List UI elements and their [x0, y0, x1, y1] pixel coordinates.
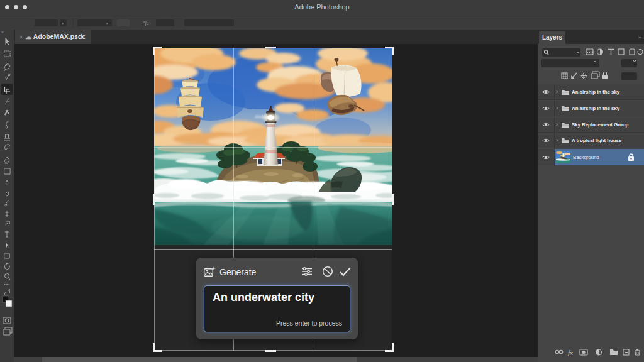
svg-text:fx: fx: [568, 349, 573, 356]
